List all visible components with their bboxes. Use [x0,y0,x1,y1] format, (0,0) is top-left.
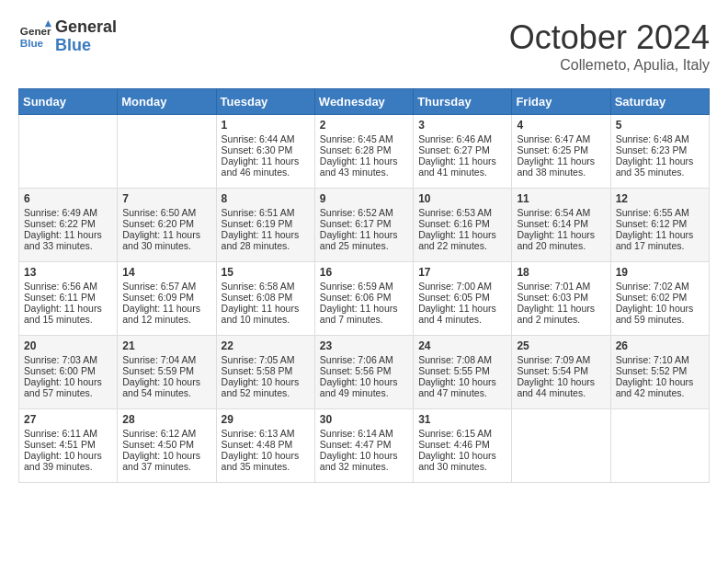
sunrise-text: Sunrise: 6:45 AM [320,133,393,144]
sunset-text: Sunset: 6:25 PM [517,144,588,155]
sunset-text: Sunset: 6:20 PM [122,218,194,229]
daylight-text: Daylight: 11 hours and 30 minutes. [122,229,200,251]
location-subtitle: Collemeto, Apulia, Italy [509,57,710,74]
calendar-week-row: 6Sunrise: 6:49 AMSunset: 6:22 PMDaylight… [19,189,710,262]
sunrise-text: Sunrise: 7:00 AM [418,281,492,292]
sunrise-text: Sunrise: 7:03 AM [24,354,97,365]
sunset-text: Sunset: 6:08 PM [222,292,293,303]
sunset-text: Sunset: 6:22 PM [24,218,96,229]
day-number: 20 [24,339,112,352]
calendar-week-row: 13Sunrise: 6:56 AMSunset: 6:11 PMDayligh… [19,262,710,336]
sunrise-text: Sunrise: 6:11 AM [24,428,97,439]
daylight-text: Daylight: 11 hours and 15 minutes. [24,303,102,325]
calendar-cell: 15Sunrise: 6:58 AMSunset: 6:08 PMDayligh… [216,262,314,336]
day-number: 11 [517,192,605,205]
calendar-cell: 5Sunrise: 6:48 AMSunset: 6:23 PMDaylight… [610,115,709,189]
sunrise-text: Sunrise: 6:55 AM [616,207,689,218]
daylight-text: Daylight: 10 hours and 54 minutes. [122,376,200,398]
day-number: 6 [24,192,112,205]
svg-marker-2 [45,20,51,27]
sunrise-text: Sunrise: 7:02 AM [616,281,689,292]
sunset-text: Sunset: 6:00 PM [24,365,96,376]
day-number: 28 [122,413,210,426]
daylight-text: Daylight: 10 hours and 39 minutes. [24,450,102,472]
daylight-text: Daylight: 10 hours and 59 minutes. [616,303,694,325]
calendar-cell: 28Sunrise: 6:12 AMSunset: 4:50 PMDayligh… [118,409,216,483]
sunset-text: Sunset: 6:23 PM [616,144,688,155]
calendar-cell: 13Sunrise: 6:56 AMSunset: 6:11 PMDayligh… [19,262,118,336]
logo-general: General [55,17,117,36]
calendar-cell: 9Sunrise: 6:52 AMSunset: 6:17 PMDaylight… [314,189,413,262]
day-number: 2 [320,119,408,132]
calendar-cell: 26Sunrise: 7:10 AMSunset: 5:52 PMDayligh… [610,336,709,409]
sunset-text: Sunset: 6:28 PM [320,144,392,155]
day-number: 5 [616,119,704,132]
day-number: 14 [122,266,210,279]
calendar-cell: 30Sunrise: 6:14 AMSunset: 4:47 PMDayligh… [314,409,413,483]
sunrise-text: Sunrise: 6:14 AM [320,428,393,439]
calendar-cell [118,115,216,189]
sunrise-text: Sunrise: 6:15 AM [418,428,492,439]
daylight-text: Daylight: 11 hours and 28 minutes. [222,229,300,251]
day-number: 23 [320,339,408,352]
calendar-cell: 6Sunrise: 6:49 AMSunset: 6:22 PMDaylight… [19,189,118,262]
sunset-text: Sunset: 6:19 PM [222,218,293,229]
day-number: 31 [418,413,506,426]
sunrise-text: Sunrise: 6:48 AM [616,133,689,144]
day-number: 30 [320,413,408,426]
calendar-cell: 25Sunrise: 7:09 AMSunset: 5:54 PMDayligh… [512,336,610,409]
sunset-text: Sunset: 4:50 PM [122,439,194,450]
day-number: 18 [517,266,605,279]
day-number: 22 [222,339,310,352]
day-number: 7 [122,192,210,205]
calendar-cell: 20Sunrise: 7:03 AMSunset: 6:00 PMDayligh… [19,336,118,409]
day-number: 29 [222,413,310,426]
daylight-text: Daylight: 11 hours and 33 minutes. [24,229,102,251]
day-number: 3 [418,119,506,132]
calendar-header: SundayMondayTuesdayWednesdayThursdayFrid… [19,89,710,115]
daylight-text: Daylight: 11 hours and 35 minutes. [616,155,694,178]
day-of-week-header: Sunday [19,89,118,115]
calendar-cell: 12Sunrise: 6:55 AMSunset: 6:12 PMDayligh… [610,189,709,262]
sunset-text: Sunset: 6:30 PM [222,144,293,155]
sunrise-text: Sunrise: 7:01 AM [517,281,590,292]
day-number: 21 [122,339,210,352]
calendar-cell: 19Sunrise: 7:02 AMSunset: 6:02 PMDayligh… [610,262,709,336]
calendar-cell [610,409,709,483]
day-number: 9 [320,192,408,205]
sunrise-text: Sunrise: 6:52 AM [320,207,393,218]
sunrise-text: Sunrise: 6:51 AM [222,207,295,218]
sunset-text: Sunset: 4:48 PM [222,439,293,450]
calendar-cell: 14Sunrise: 6:57 AMSunset: 6:09 PMDayligh… [118,262,216,336]
sunset-text: Sunset: 5:58 PM [222,365,293,376]
calendar-cell: 18Sunrise: 7:01 AMSunset: 6:03 PMDayligh… [512,262,610,336]
sunrise-text: Sunrise: 7:05 AM [222,354,295,365]
sunrise-text: Sunrise: 7:08 AM [418,354,492,365]
daylight-text: Daylight: 10 hours and 35 minutes. [222,450,300,472]
sunset-text: Sunset: 6:06 PM [320,292,392,303]
calendar-cell: 8Sunrise: 6:51 AMSunset: 6:19 PMDaylight… [216,189,314,262]
day-of-week-header: Tuesday [216,89,314,115]
day-of-week-header: Friday [512,89,610,115]
title-block: October 2024 Collemeto, Apulia, Italy [509,18,710,74]
day-number: 24 [418,339,506,352]
day-number: 26 [616,339,704,352]
sunrise-text: Sunrise: 6:47 AM [517,133,590,144]
sunrise-text: Sunrise: 6:49 AM [24,207,97,218]
sunset-text: Sunset: 6:09 PM [122,292,194,303]
sunrise-text: Sunrise: 6:56 AM [24,281,97,292]
sunrise-text: Sunrise: 6:50 AM [122,207,196,218]
day-number: 19 [616,266,704,279]
sunset-text: Sunset: 6:02 PM [616,292,688,303]
daylight-text: Daylight: 11 hours and 22 minutes. [418,229,496,251]
sunset-text: Sunset: 4:51 PM [24,439,96,450]
daylight-text: Daylight: 11 hours and 12 minutes. [122,303,200,325]
calendar-week-row: 27Sunrise: 6:11 AMSunset: 4:51 PMDayligh… [19,409,710,483]
calendar-cell: 23Sunrise: 7:06 AMSunset: 5:56 PMDayligh… [314,336,413,409]
calendar-week-row: 20Sunrise: 7:03 AMSunset: 6:00 PMDayligh… [19,336,710,409]
calendar-cell: 22Sunrise: 7:05 AMSunset: 5:58 PMDayligh… [216,336,314,409]
sunset-text: Sunset: 6:03 PM [517,292,588,303]
logo-text: General Blue [55,18,117,55]
sunrise-text: Sunrise: 6:57 AM [122,281,196,292]
sunset-text: Sunset: 5:54 PM [517,365,588,376]
